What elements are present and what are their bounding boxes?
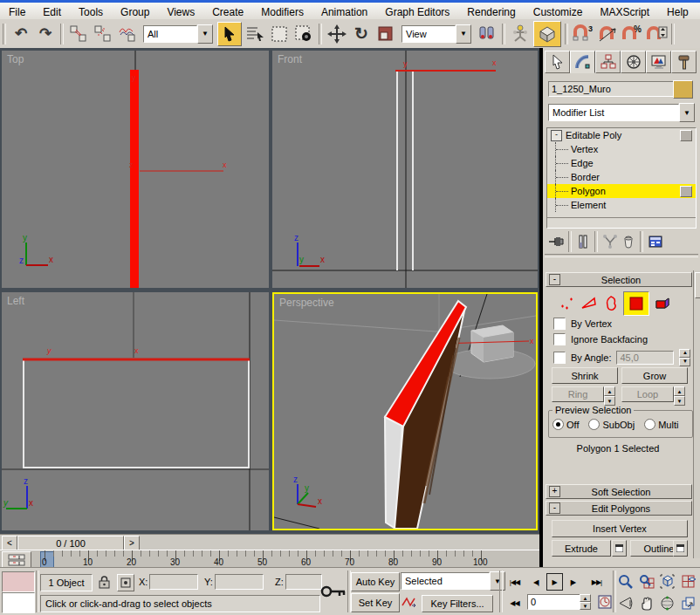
frame-spin-down-icon[interactable]: ▼	[580, 602, 591, 610]
viewport-top[interactable]: y z x y z x Top	[2, 51, 269, 288]
preview-subobj-radio[interactable]	[588, 419, 600, 430]
stack-item-label[interactable]: Editable Poly	[566, 130, 621, 140]
modifier-list-arrow-icon[interactable]: ▼	[679, 103, 695, 122]
maximize-viewport-toggle-icon[interactable]	[679, 593, 697, 612]
soft-selection-rollout-header[interactable]: + Soft Selection	[546, 484, 692, 499]
tab-utilities-icon[interactable]	[671, 51, 697, 73]
modifier-list-value[interactable]: Modifier List	[548, 104, 679, 121]
selection-filter-combo[interactable]: All ▼	[143, 25, 213, 43]
menu-rendering[interactable]: Rendering	[458, 4, 524, 20]
select-object-button[interactable]	[217, 22, 242, 46]
stack-onoff-toggle[interactable]	[680, 130, 692, 141]
menu-customize[interactable]: Customize	[525, 4, 592, 20]
stack-item-border[interactable]: Border	[547, 170, 696, 184]
viewport-top-label[interactable]: Top	[7, 53, 24, 65]
next-frame-button[interactable]: |▶	[565, 575, 580, 589]
frame-spin-up-icon[interactable]: ▲	[580, 594, 591, 602]
auto-key-button[interactable]: Auto Key	[351, 572, 400, 591]
tab-display-icon[interactable]	[646, 51, 671, 73]
ring-button[interactable]: Ring	[552, 386, 604, 402]
time-slider-handle[interactable]: 0 / 100	[17, 536, 124, 550]
window-crossing-toggle-icon[interactable]	[292, 23, 315, 45]
selection-rollout-header[interactable]: - Selection	[546, 272, 692, 287]
x-coord-field[interactable]	[149, 574, 198, 590]
ignore-backfacing-checkbox[interactable]	[553, 333, 566, 345]
grow-button[interactable]: Grow	[621, 367, 688, 384]
track-bar[interactable]: 0 10 20 30 40 50 60 70 80 90 100	[0, 550, 539, 568]
select-and-scale-icon[interactable]	[374, 23, 397, 45]
edit-polygons-rollout-header[interactable]: - Edit Polygons	[546, 501, 692, 516]
viewport-left[interactable]: y x z y x Left	[2, 292, 269, 530]
ring-spinner[interactable]: ▲ ▼	[604, 386, 615, 406]
set-key-curve-icon[interactable]	[401, 593, 418, 611]
border-mode-icon[interactable]	[600, 293, 621, 314]
stack-onoff-toggle[interactable]	[680, 186, 692, 197]
frame-spinner[interactable]: ▲ ▼	[580, 594, 591, 610]
stack-item-edge[interactable]: Edge	[547, 156, 696, 170]
rollout-expand-icon[interactable]: +	[549, 486, 560, 497]
viewport-left-label[interactable]: Left	[7, 295, 24, 307]
z-coord-field[interactable]	[285, 574, 322, 590]
shrink-button[interactable]: Shrink	[552, 367, 618, 384]
configure-modifier-sets-icon[interactable]	[646, 233, 665, 250]
loop-button[interactable]: Loop	[621, 386, 674, 402]
undo-button[interactable]: ↶	[10, 23, 32, 45]
by-angle-checkbox[interactable]	[553, 352, 566, 364]
menu-create[interactable]: Create	[203, 4, 252, 20]
key-filter-scope-arrow-icon[interactable]: ▼	[490, 571, 505, 591]
reference-coordinate-system-combo[interactable]: View ▼	[401, 25, 471, 43]
keyboard-shortcut-override-icon[interactable]	[319, 577, 347, 606]
current-frame-field[interactable]	[527, 594, 583, 610]
by-angle-spin-up-icon[interactable]: ▲	[679, 349, 690, 358]
key-filters-button[interactable]: Key Filters...	[422, 595, 493, 612]
menu-modifiers[interactable]: Modifiers	[252, 4, 312, 20]
field-of-view-icon[interactable]	[616, 593, 635, 612]
show-end-result-icon[interactable]	[574, 233, 592, 250]
pan-hand-icon[interactable]	[637, 593, 655, 612]
ring-spin-up-icon[interactable]: ▲	[604, 386, 615, 396]
menu-tools[interactable]: Tools	[70, 4, 112, 20]
viewport-perspective[interactable]: x z y x Perspective	[272, 292, 538, 530]
unlink-selection-icon[interactable]	[92, 23, 114, 45]
stack-item-label[interactable]: Border	[571, 172, 600, 182]
stack-item-label[interactable]: Element	[571, 200, 606, 210]
object-color-swatch[interactable]	[673, 80, 693, 99]
select-and-move-icon[interactable]	[326, 23, 348, 45]
mini-curve-editor-icon[interactable]	[2, 551, 31, 568]
left-viewport-canvas[interactable]: y x z y x	[2, 292, 269, 530]
vertex-mode-icon[interactable]	[555, 293, 578, 314]
panel-scrollbar[interactable]	[693, 270, 700, 558]
extrude-settings-icon[interactable]	[612, 540, 627, 557]
percent-snap-toggle-icon[interactable]: %	[621, 23, 643, 45]
edge-mode-icon[interactable]	[578, 293, 600, 314]
macro-recorder-pane[interactable]	[2, 571, 35, 592]
tab-modify-icon[interactable]	[570, 51, 595, 73]
zoom-extents-all-icon[interactable]	[679, 571, 697, 591]
wall-object[interactable]	[385, 301, 466, 529]
select-by-name-icon[interactable]	[244, 23, 266, 45]
loop-spinner[interactable]: ▲ ▼	[674, 386, 685, 406]
time-slider-prev-button[interactable]: <	[2, 536, 17, 550]
tab-motion-icon[interactable]	[621, 51, 646, 73]
by-vertex-checkbox[interactable]	[553, 318, 566, 330]
redo-button[interactable]: ↷	[34, 23, 57, 45]
selection-filter-value[interactable]: All	[143, 25, 197, 43]
angle-snap-toggle-icon[interactable]	[596, 23, 619, 45]
viewport-perspective-label[interactable]: Perspective	[279, 297, 334, 309]
selection-filter-arrow-icon[interactable]: ▼	[197, 24, 213, 44]
arc-rotate-icon[interactable]	[658, 593, 676, 612]
time-configuration-icon[interactable]	[596, 593, 614, 611]
stack-item-polygon-selected[interactable]: Polygon	[547, 184, 696, 198]
key-mode-toggle-icon[interactable]: ◀◀	[504, 596, 525, 610]
rollout-collapse-icon[interactable]: -	[549, 502, 560, 514]
stack-item-vertex[interactable]: Vertex	[547, 142, 696, 156]
background-box-object[interactable]	[471, 325, 513, 362]
insert-vertex-button[interactable]: Insert Vertex	[552, 520, 688, 537]
rollout-collapse-icon[interactable]: -	[549, 274, 560, 285]
key-filter-scope-combo[interactable]: Selected ▼	[401, 572, 505, 590]
go-to-end-button[interactable]: ▶▶|	[587, 575, 607, 589]
set-key-button[interactable]: Set Key	[351, 593, 400, 612]
make-unique-icon[interactable]	[600, 233, 620, 250]
menu-group[interactable]: Group	[112, 4, 158, 20]
menu-edit[interactable]: Edit	[34, 4, 70, 20]
